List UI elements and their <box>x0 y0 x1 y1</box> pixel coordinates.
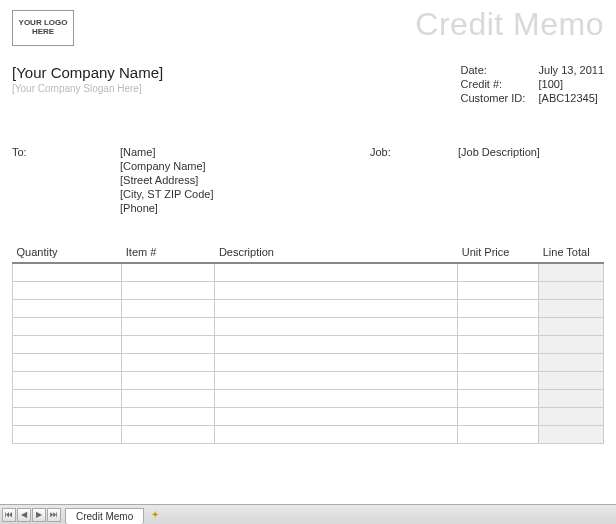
to-citystate: [City, ST ZIP Code] <box>120 188 370 200</box>
cell[interactable] <box>13 407 122 425</box>
cell[interactable] <box>13 281 122 299</box>
table-row <box>13 317 604 335</box>
logo-placeholder: YOUR LOGO HERE <box>12 10 74 46</box>
cell[interactable] <box>215 335 458 353</box>
col-description: Description <box>215 242 458 263</box>
job-label: Job: <box>370 146 458 216</box>
to-label: To: <box>12 146 120 216</box>
cell[interactable] <box>13 389 122 407</box>
tab-prev-button[interactable]: ◀ <box>17 508 31 522</box>
cell[interactable] <box>13 317 122 335</box>
meta-date-row: Date: July 13, 2011 <box>461 64 604 76</box>
cell[interactable] <box>13 425 122 443</box>
cell[interactable] <box>458 425 539 443</box>
table-row <box>13 335 604 353</box>
cell[interactable] <box>458 353 539 371</box>
cell[interactable] <box>215 371 458 389</box>
table-row <box>13 299 604 317</box>
cell[interactable] <box>215 299 458 317</box>
table-header-row: Quantity Item # Description Unit Price L… <box>13 242 604 263</box>
to-phone: [Phone] <box>120 202 370 214</box>
cell[interactable] <box>458 263 539 281</box>
cell[interactable] <box>122 353 215 371</box>
credit-value: [100] <box>539 78 563 90</box>
cell[interactable] <box>458 317 539 335</box>
cell[interactable] <box>122 407 215 425</box>
cell[interactable] <box>458 335 539 353</box>
cell[interactable] <box>13 353 122 371</box>
to-company: [Company Name] <box>120 160 370 172</box>
cell[interactable] <box>458 389 539 407</box>
company-name: [Your Company Name] <box>12 64 163 81</box>
cell[interactable] <box>122 299 215 317</box>
customer-label: Customer ID: <box>461 92 539 104</box>
cell[interactable] <box>122 317 215 335</box>
table-body <box>13 263 604 443</box>
tab-first-button[interactable]: ⏮ <box>2 508 16 522</box>
cell[interactable] <box>458 299 539 317</box>
address-block: [Name] [Company Name] [Street Address] [… <box>120 146 370 216</box>
cell[interactable] <box>215 425 458 443</box>
col-unit-price: Unit Price <box>458 242 539 263</box>
cell[interactable] <box>122 335 215 353</box>
header-row: [Your Company Name] [Your Company Slogan… <box>12 64 604 106</box>
table-row <box>13 281 604 299</box>
cell[interactable] <box>539 263 604 281</box>
cell[interactable] <box>215 389 458 407</box>
cell[interactable] <box>122 281 215 299</box>
credit-label: Credit #: <box>461 78 539 90</box>
cell[interactable] <box>539 335 604 353</box>
cell[interactable] <box>122 263 215 281</box>
cell[interactable] <box>539 353 604 371</box>
cell[interactable] <box>539 317 604 335</box>
col-item: Item # <box>122 242 215 263</box>
to-name: [Name] <box>120 146 370 158</box>
cell[interactable] <box>122 425 215 443</box>
customer-value: [ABC12345] <box>539 92 598 104</box>
meta-customer-row: Customer ID: [ABC12345] <box>461 92 604 104</box>
cell[interactable] <box>122 389 215 407</box>
top-row: YOUR LOGO HERE Credit Memo <box>12 10 604 46</box>
tab-nav-buttons: ⏮ ◀ ▶ ⏭ <box>0 508 63 522</box>
sheet-tab[interactable]: Credit Memo <box>65 508 144 524</box>
table-row <box>13 425 604 443</box>
table-row <box>13 263 604 281</box>
tab-next-button[interactable]: ▶ <box>32 508 46 522</box>
date-value: July 13, 2011 <box>539 64 604 76</box>
document-title: Credit Memo <box>415 6 604 43</box>
cell[interactable] <box>539 425 604 443</box>
meta-block: Date: July 13, 2011 Credit #: [100] Cust… <box>461 64 604 106</box>
cell[interactable] <box>215 281 458 299</box>
cell[interactable] <box>122 371 215 389</box>
cell[interactable] <box>215 407 458 425</box>
table-row <box>13 371 604 389</box>
cell[interactable] <box>458 371 539 389</box>
cell[interactable] <box>458 281 539 299</box>
new-sheet-icon[interactable]: ✦ <box>148 509 162 521</box>
to-street: [Street Address] <box>120 174 370 186</box>
cell[interactable] <box>539 407 604 425</box>
cell[interactable] <box>539 281 604 299</box>
page: YOUR LOGO HERE Credit Memo [Your Company… <box>0 0 616 444</box>
table-row <box>13 407 604 425</box>
date-label: Date: <box>461 64 539 76</box>
cell[interactable] <box>13 299 122 317</box>
line-items-table: Quantity Item # Description Unit Price L… <box>12 242 604 444</box>
cell[interactable] <box>215 353 458 371</box>
cell[interactable] <box>215 317 458 335</box>
cell[interactable] <box>539 371 604 389</box>
cell[interactable] <box>13 263 122 281</box>
table-row <box>13 389 604 407</box>
tab-last-button[interactable]: ⏭ <box>47 508 61 522</box>
cell[interactable] <box>539 389 604 407</box>
cell[interactable] <box>13 335 122 353</box>
sheet-tab-bar: ⏮ ◀ ▶ ⏭ Credit Memo ✦ <box>0 504 616 524</box>
col-quantity: Quantity <box>13 242 122 263</box>
cell[interactable] <box>215 263 458 281</box>
job-value: [Job Description] <box>458 146 540 216</box>
cell[interactable] <box>539 299 604 317</box>
table-row <box>13 353 604 371</box>
cell[interactable] <box>13 371 122 389</box>
company-block: [Your Company Name] [Your Company Slogan… <box>12 64 163 106</box>
cell[interactable] <box>458 407 539 425</box>
